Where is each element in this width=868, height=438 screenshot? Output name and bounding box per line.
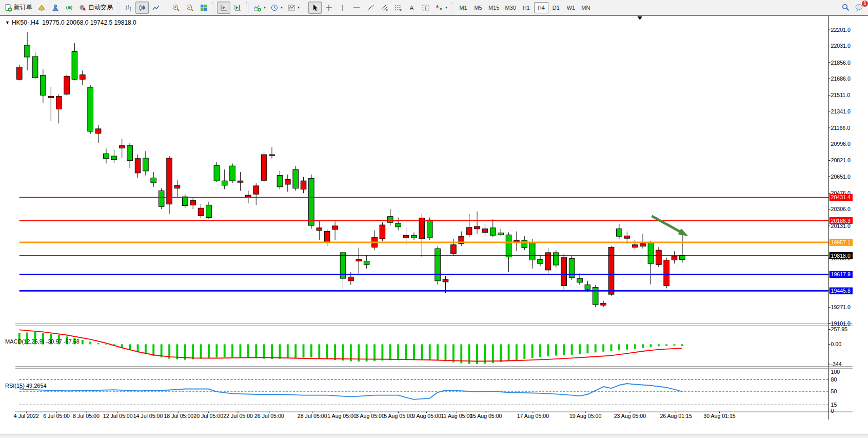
price-tick-label: 21856.0 <box>831 60 851 66</box>
crosshair-button[interactable] <box>322 2 336 14</box>
bar-chart-icon <box>124 4 132 12</box>
notifications-button[interactable]: 1 <box>853 2 866 14</box>
zoom-in-icon <box>172 4 180 12</box>
chart-window: 22201.022031.021856.021686.021511.021341… <box>0 15 868 434</box>
date-label: 26 Jul 05:00 <box>254 413 284 419</box>
price-tick-label: 20306.0 <box>831 206 851 212</box>
tf-button-W1[interactable]: W1 <box>564 2 578 13</box>
horizontal-line-button[interactable] <box>350 2 363 14</box>
user-icon <box>51 4 60 12</box>
date-label: 5 Aug 05:00 <box>384 413 413 419</box>
bar-chart-button[interactable] <box>122 2 135 14</box>
indicators-button[interactable]: ▾ <box>251 2 268 14</box>
tile-windows-button[interactable] <box>197 2 210 14</box>
tf-button-M15[interactable]: M15 <box>486 2 502 13</box>
search-button[interactable] <box>839 2 852 14</box>
candle <box>656 247 662 267</box>
fibonacci-button[interactable]: F <box>391 2 405 14</box>
date-label: 23 Aug 05:00 <box>614 413 646 419</box>
tf-button-H4[interactable]: H4 <box>534 2 548 13</box>
template-chart-icon <box>287 4 295 12</box>
svg-text:E: E <box>386 9 388 12</box>
candle <box>230 163 235 183</box>
tf-button-H1[interactable]: H1 <box>519 2 534 13</box>
candle <box>261 152 267 182</box>
text-label-icon: T <box>422 4 430 12</box>
price-tick-label: 20996.0 <box>831 141 851 147</box>
new-order-icon <box>4 4 12 12</box>
price-tick-label: 21166.0 <box>831 125 851 131</box>
auto-scroll-button[interactable] <box>217 2 230 14</box>
periods-button[interactable]: ▾ <box>268 2 285 14</box>
chart-svg: 22201.022031.021856.021686.021511.021341… <box>0 16 868 434</box>
tf-button-M5[interactable]: M5 <box>471 2 485 13</box>
price-tick-label: 19271.0 <box>831 304 851 310</box>
navigator-button[interactable] <box>63 2 76 14</box>
price-tag-label: 19818.0 <box>831 253 851 259</box>
crosshair-icon <box>325 4 333 12</box>
toolbar-separator <box>246 2 249 13</box>
signal-icon <box>65 4 73 12</box>
date-label: 12 Jul 05:00 <box>103 413 133 419</box>
candle <box>593 285 598 307</box>
date-label: 30 Aug 01:15 <box>703 413 736 419</box>
zoom-out-icon <box>186 4 194 12</box>
market-watch-icon <box>37 4 46 12</box>
new-order-button[interactable]: 新订单 <box>2 2 34 14</box>
price-tick-label: 22201.0 <box>831 27 851 33</box>
autotrading-button[interactable]: 自动交易 <box>76 2 115 14</box>
chart-shift-button[interactable] <box>231 2 244 14</box>
auto-scroll-icon <box>220 4 228 12</box>
date-label: 1 Aug 05:00 <box>327 413 357 419</box>
date-label: 15 Aug 05:00 <box>470 413 502 419</box>
vertical-line-button[interactable] <box>336 2 349 14</box>
price-tick-label: 21511.0 <box>831 92 851 98</box>
candle <box>664 258 669 289</box>
svg-text:A: A <box>410 4 414 11</box>
candle <box>608 246 614 296</box>
line-chart-button[interactable] <box>149 2 163 14</box>
tf-button-D1[interactable]: D1 <box>549 2 563 13</box>
date-label: 19 Aug 05:00 <box>569 413 602 419</box>
tf-button-MN[interactable]: MN <box>579 2 593 13</box>
candle <box>64 75 70 96</box>
data-window-button[interactable] <box>49 2 62 14</box>
price-tag-label: 19617.9 <box>831 271 851 277</box>
rsi-tick-label: 50 <box>831 388 837 394</box>
candle <box>554 250 559 268</box>
chart-canvas[interactable] <box>15 16 853 420</box>
zoom-in-button[interactable] <box>169 2 183 14</box>
main-toolbar: 新订单 自动交易 <box>0 0 868 15</box>
candle <box>293 166 299 191</box>
price-tick-label: 20821.0 <box>831 157 851 163</box>
zoom-out-button[interactable] <box>183 2 196 14</box>
tf-button-M30[interactable]: M30 <box>502 2 518 13</box>
arrows-icon <box>435 4 443 12</box>
cursor-button[interactable] <box>308 2 322 14</box>
date-label: 9 Aug 05:00 <box>412 413 441 419</box>
candle <box>159 188 164 209</box>
line-chart-icon <box>152 4 160 12</box>
trendline-icon <box>366 4 374 12</box>
date-label: 14 Jul 05:00 <box>133 413 163 419</box>
toolbar-separator <box>304 2 306 13</box>
candlestick-chart-button[interactable] <box>135 2 149 14</box>
channel-button[interactable]: E <box>378 2 391 14</box>
market-watch-button[interactable] <box>35 2 48 14</box>
trendline-button[interactable] <box>364 2 377 14</box>
chevron-down-icon: ▾ <box>445 5 447 10</box>
candle <box>569 256 575 280</box>
tf-button-M1[interactable]: M1 <box>456 2 470 13</box>
price-tick-label: 19101.0 <box>831 320 851 327</box>
text-label-button[interactable]: T <box>419 2 432 14</box>
candle <box>435 246 441 284</box>
candle <box>380 222 385 241</box>
date-label: 8 Jul 05:00 <box>73 413 100 419</box>
toolbar-separator <box>117 2 120 13</box>
candle <box>16 65 22 80</box>
price-tick-label: 21686.0 <box>831 75 851 82</box>
arrows-tool-button[interactable]: ▾ <box>433 2 449 14</box>
text-button[interactable]: A <box>405 2 419 14</box>
autotrading-icon <box>78 4 87 12</box>
templates-button[interactable]: ▾ <box>285 2 302 14</box>
